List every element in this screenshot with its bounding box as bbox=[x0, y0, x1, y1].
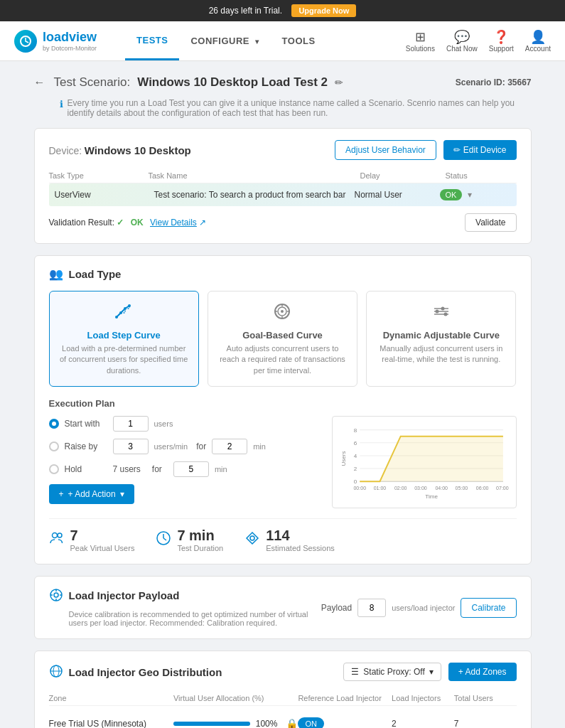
svg-text:01:00: 01:00 bbox=[373, 486, 386, 491]
peak-users-icon bbox=[49, 530, 65, 550]
expand-row-icon[interactable]: ▾ bbox=[468, 190, 472, 200]
svg-point-17 bbox=[443, 313, 447, 316]
scenario-id: Scenario ID: 35667 bbox=[456, 77, 532, 87]
add-zones-button[interactable]: + Add Zones bbox=[448, 663, 517, 681]
chart-svg: 8 6 4 2 0 Users 00:00 01:00 02:00 03:00 bbox=[338, 422, 510, 502]
geo-table-row: Free Trial US (Minnesota) 100% 🔒 ON 2 7 bbox=[49, 712, 517, 728]
nav-tools[interactable]: TOOLS bbox=[271, 23, 327, 59]
start-radio[interactable] bbox=[49, 419, 59, 429]
logo-icon bbox=[14, 30, 37, 53]
svg-point-7 bbox=[281, 310, 284, 313]
raise-value-input[interactable] bbox=[113, 439, 149, 454]
validate-button[interactable]: Validate bbox=[465, 213, 516, 232]
hold-for-input[interactable] bbox=[173, 461, 209, 477]
goal-based-desc: Auto adjusts concurrent users to reach a… bbox=[218, 343, 347, 376]
geo-title: Load Injector Geo Distribution bbox=[49, 664, 222, 680]
dynamic-desc: Manually adjust concurrent users in real… bbox=[377, 343, 505, 365]
dynamic-curve-card[interactable]: Dynamic Adjustable Curve Manually adjust… bbox=[366, 291, 516, 387]
svg-text:05:00: 05:00 bbox=[455, 486, 468, 491]
proxy-arrow-icon: ▾ bbox=[429, 667, 434, 677]
svg-text:4: 4 bbox=[353, 453, 357, 459]
raise-for-input[interactable] bbox=[212, 439, 247, 454]
svg-text:8: 8 bbox=[353, 427, 357, 434]
add-action-button[interactable]: + + Add Action ▾ bbox=[49, 484, 134, 504]
geo-header: Load Injector Geo Distribution ☰ Static … bbox=[49, 663, 517, 681]
test-duration-stat: 7 min Test Duration bbox=[156, 528, 223, 552]
upgrade-button[interactable]: Upgrade Now bbox=[291, 4, 356, 17]
ref-injector-on-button[interactable]: ON bbox=[298, 717, 324, 728]
raise-radio[interactable] bbox=[49, 441, 59, 451]
scenario-name: Windows 10 Desktop Load Test 2 bbox=[137, 75, 328, 90]
load-step-desc: Load with a pre-determined number of con… bbox=[60, 343, 188, 376]
hold-radio[interactable] bbox=[49, 464, 59, 474]
status-badge: OK bbox=[440, 189, 463, 200]
execution-grid: Start with users Raise by users/min for … bbox=[49, 416, 517, 508]
adjust-user-behavior-button[interactable]: Adjust User Behavior bbox=[335, 140, 436, 160]
load-type-header: 👥 Load Type bbox=[49, 267, 517, 281]
goal-based-curve-card[interactable]: Goal-Based Curve Auto adjusts concurrent… bbox=[208, 291, 357, 387]
main-nav: TESTS CONFIGURE ▾ TOOLS bbox=[125, 22, 406, 60]
info-text: ℹ Every time you run a Load Test you can… bbox=[34, 95, 532, 128]
svg-point-3 bbox=[124, 307, 127, 310]
load-type-grid: Load Step Curve Load with a pre-determin… bbox=[49, 291, 517, 387]
test-duration-icon bbox=[156, 530, 171, 550]
validation-ok-icon: ✓ bbox=[117, 218, 126, 228]
account-icon[interactable]: 👤 Account bbox=[525, 29, 551, 53]
execution-plan-label: Execution Plan bbox=[49, 398, 517, 409]
payload-area: Payload users/load injector Calibrate bbox=[321, 598, 517, 618]
device-table-row: UserView Test scenario: To search a prod… bbox=[49, 183, 517, 206]
back-button[interactable]: ← bbox=[34, 76, 45, 89]
validation-row: Validation Result: ✓ OK View Details ↗ V… bbox=[49, 206, 517, 232]
validation-result: Validation Result: ✓ OK View Details ↗ bbox=[49, 218, 207, 228]
device-table-header: Task Type Task Name Delay Status bbox=[49, 168, 517, 183]
trial-message: 26 days left in Trial. bbox=[209, 6, 282, 16]
page-title-row: ← Test Scenario: Windows 10 Desktop Load… bbox=[34, 75, 532, 90]
header-right: ⊞ Solutions 💬 Chat Now ❓ Support 👤 Accou… bbox=[406, 29, 551, 53]
solutions-icon[interactable]: ⊞ Solutions bbox=[406, 29, 435, 53]
goal-based-title: Goal-Based Curve bbox=[218, 330, 347, 341]
edit-scenario-icon[interactable]: ✏ bbox=[335, 77, 343, 88]
progress-bar-fill bbox=[173, 722, 250, 726]
svg-text:07:00: 07:00 bbox=[496, 486, 509, 491]
page-title: Test Scenario: bbox=[54, 75, 131, 90]
estimated-sessions-stat: 114 Estimated Sessions bbox=[244, 528, 335, 552]
svg-point-40 bbox=[52, 533, 57, 538]
goal-based-icon bbox=[218, 301, 347, 326]
exec-raise-row: Raise by users/min for min bbox=[49, 439, 318, 454]
edit-device-button[interactable]: ✏ Edit Device bbox=[443, 140, 517, 160]
external-link-icon: ↗ bbox=[199, 218, 206, 228]
svg-text:02:00: 02:00 bbox=[394, 486, 407, 491]
nav-tests[interactable]: TESTS bbox=[125, 22, 179, 60]
svg-point-41 bbox=[58, 533, 62, 537]
support-icon[interactable]: ❓ Support bbox=[489, 29, 514, 53]
stats-row: 7 Peak Virtual Users 7 min Test Duration bbox=[49, 518, 517, 552]
info-icon: ℹ bbox=[60, 99, 63, 109]
chat-now-icon[interactable]: 💬 Chat Now bbox=[446, 29, 478, 53]
geo-globe-icon bbox=[49, 664, 63, 680]
device-actions: Adjust User Behavior ✏ Edit Device bbox=[335, 140, 516, 160]
start-value-input[interactable] bbox=[113, 416, 149, 432]
device-card: Device: Windows 10 Desktop Adjust User B… bbox=[34, 128, 532, 244]
proxy-select[interactable]: ☰ Static Proxy: Off ▾ bbox=[343, 663, 441, 681]
geo-actions: ☰ Static Proxy: Off ▾ + Add Zones bbox=[343, 663, 516, 681]
view-details-link[interactable]: View Details bbox=[150, 218, 197, 228]
lock-icon: 🔒 bbox=[286, 718, 298, 728]
execution-left: Start with users Raise by users/min for … bbox=[49, 416, 318, 508]
svg-point-45 bbox=[250, 536, 254, 540]
payload-input[interactable] bbox=[357, 599, 386, 617]
estimated-sessions-icon bbox=[244, 530, 260, 550]
calibrate-button[interactable]: Calibrate bbox=[461, 598, 516, 618]
load-step-title: Load Step Curve bbox=[60, 330, 188, 341]
svg-text:03:00: 03:00 bbox=[414, 486, 427, 491]
logo-sub: by Dotcom-Monitor bbox=[43, 45, 97, 52]
svg-text:Time: Time bbox=[425, 494, 438, 500]
svg-point-47 bbox=[54, 593, 58, 597]
svg-point-15 bbox=[435, 310, 438, 314]
ref-injector-toggle: ON bbox=[298, 717, 392, 728]
load-step-curve-card[interactable]: Load Step Curve Load with a pre-determin… bbox=[49, 291, 199, 387]
geo-table-header: Zone Virtual User Allocation (%) Referen… bbox=[49, 691, 517, 706]
nav-configure[interactable]: CONFIGURE ▾ bbox=[179, 23, 270, 59]
geo-distribution-card: Load Injector Geo Distribution ☰ Static … bbox=[34, 651, 532, 728]
svg-point-1 bbox=[115, 316, 118, 318]
dynamic-icon bbox=[377, 301, 505, 326]
